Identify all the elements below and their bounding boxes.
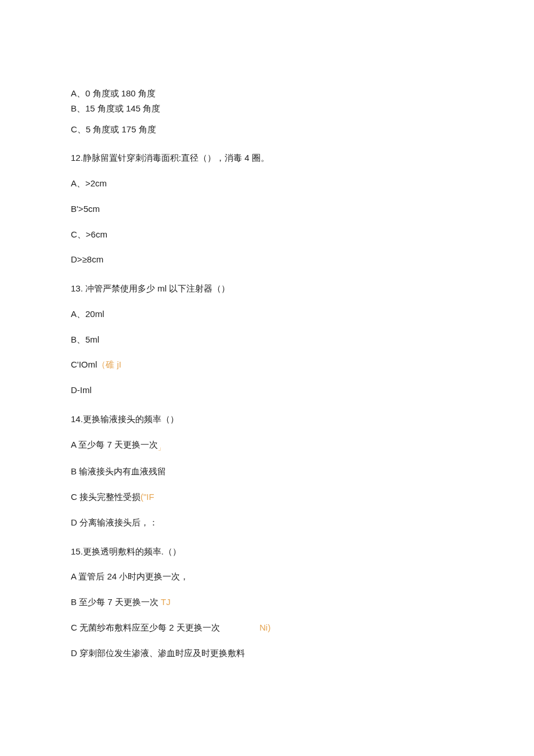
q13-option-c-text: C'IOml [71, 359, 97, 369]
q13-option-a: A、20ml [71, 308, 463, 321]
q11-options-block: A、0 角度或 180 角度 B、15 角度或 145 角度 [71, 87, 463, 115]
q12-option-a: A、>2cm [71, 177, 463, 190]
q13-option-c-note: （碓 jI [97, 359, 121, 369]
q14-option-c: C 接头完整性受损("IF [71, 491, 463, 503]
q15-option-b-note: TJ [158, 597, 171, 607]
q15-stem: 15.更换透明敷料的频率.（） [71, 545, 463, 558]
q11-option-b: B、15 角度或 145 角度 [71, 102, 463, 115]
document-page: A、0 角度或 180 角度 B、15 角度或 145 角度 C、5 角度或 1… [0, 0, 534, 756]
q14-option-a-sub: 」 [158, 444, 164, 451]
q13-option-b: B、5ml [71, 333, 463, 346]
q15-option-c: C 无菌纱布敷料应至少每 2 天更换一次 Ni) [71, 621, 463, 634]
q14-option-c-text: C 接头完整性受损 [71, 492, 140, 502]
q15-option-a: A 置管后 24 小时内更换一次， [71, 570, 463, 583]
q12-option-b: B'>5cm [71, 203, 463, 215]
q14-option-a-text: A 至少每 7 天更换一次 [71, 440, 158, 449]
q15-option-b-text: B 至少每 7 天更换一次 [71, 597, 158, 607]
q14-option-b: B 输液接头内有血液残留 [71, 465, 463, 478]
q15-option-c-text: C 无菌纱布敷料应至少每 2 天更换一次 [71, 622, 220, 632]
q14-stem: 14.更换输液接头的频率（） [71, 413, 463, 426]
q15-option-b: B 至少每 7 天更换一次 TJ [71, 596, 463, 609]
q13-option-c: C'IOml（碓 jI [71, 358, 463, 371]
q15-option-c-note: Ni) [259, 622, 270, 632]
q12-option-d: D>≥8cm [71, 253, 463, 266]
q13-stem: 13. 冲管严禁使用多少 ml 以下注射器（） [71, 282, 463, 295]
q15-option-d: D 穿刺部位发生渗液、渗血时应及时更换敷料 [71, 647, 463, 660]
q12-option-c: C、>6cm [71, 228, 463, 241]
q14-option-d: D 分离输液接头后，： [71, 516, 463, 529]
q11-option-a: A、0 角度或 180 角度 [71, 87, 463, 100]
q13-option-d: D-Iml [71, 384, 463, 397]
q14-option-a: A 至少每 7 天更换一次」 [71, 438, 463, 453]
q14-option-c-note: ("IF [140, 492, 154, 502]
q12-stem: 12.静脉留置针穿刺消毒面积:直径（），消毒 4 圈。 [71, 152, 463, 164]
q11-option-c: C、5 角度或 175 角度 [71, 123, 463, 136]
